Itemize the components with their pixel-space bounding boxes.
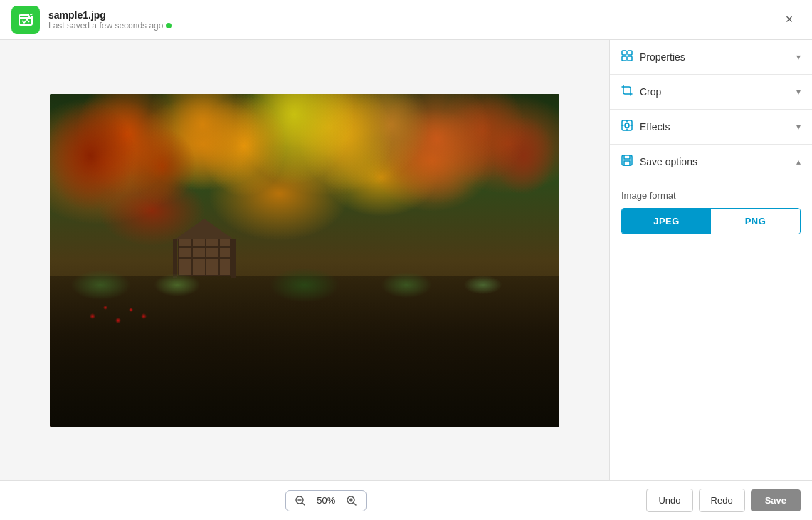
svg-point-8 (625, 123, 629, 128)
crop-left: Crop (621, 85, 661, 99)
file-info: sample1.jpg Last saved a few seconds ago (48, 9, 172, 31)
effects-label: Effects (640, 121, 670, 132)
app-icon (11, 6, 40, 34)
save-button[interactable]: Save (751, 489, 801, 511)
footer-zoom-area: 50% (11, 490, 640, 511)
status-indicator (166, 23, 172, 28)
crop-section: Crop ▾ (610, 75, 812, 110)
properties-header[interactable]: Properties ▾ (610, 40, 812, 74)
header-left: sample1.jpg Last saved a few seconds ago (11, 6, 172, 34)
main-area: Properties ▾ Crop ▾ (0, 40, 812, 480)
save-options-label: Save options (640, 156, 697, 167)
footer: 50% Undo Redo Save (0, 480, 812, 520)
effects-section: Effects ▾ (610, 110, 812, 145)
properties-label: Properties (640, 51, 685, 63)
effects-header[interactable]: Effects ▾ (610, 110, 812, 144)
save-options-chevron: ▴ (796, 157, 801, 167)
image-format-label: Image format (621, 190, 801, 201)
effects-icon (621, 120, 633, 134)
save-options-body: Image format JPEG PNG (610, 179, 812, 246)
undo-button[interactable]: Undo (646, 489, 692, 512)
redo-button[interactable]: Redo (699, 489, 745, 512)
properties-left: Properties (621, 50, 685, 64)
save-options-header[interactable]: Save options ▴ (610, 145, 812, 179)
berries-layer (75, 291, 161, 333)
svg-rect-9 (622, 155, 632, 165)
svg-rect-0 (19, 15, 32, 25)
properties-section: Properties ▾ (610, 40, 812, 75)
crop-label: Crop (640, 86, 661, 98)
file-status-text: Last saved a few seconds ago (48, 21, 163, 31)
right-panel: Properties ▾ Crop ▾ (609, 40, 812, 480)
svg-point-1 (28, 15, 30, 16)
svg-rect-4 (628, 51, 632, 55)
close-button[interactable]: × (778, 9, 801, 31)
save-options-left: Save options (621, 155, 697, 169)
properties-chevron: ▾ (796, 52, 801, 62)
png-button[interactable]: PNG (711, 209, 800, 234)
file-status: Last saved a few seconds ago (48, 21, 172, 31)
beam-h (179, 246, 230, 248)
image-display (50, 94, 559, 427)
file-name: sample1.jpg (48, 9, 172, 21)
crop-chevron: ▾ (796, 87, 801, 97)
effects-left: Effects (621, 120, 670, 134)
effects-chevron: ▾ (796, 122, 801, 132)
zoom-value: 50% (312, 495, 340, 506)
properties-icon (621, 50, 633, 64)
format-buttons: JPEG PNG (621, 208, 801, 234)
close-icon: × (786, 12, 793, 27)
scene-background (50, 94, 559, 427)
crop-header[interactable]: Crop ▾ (610, 75, 812, 109)
zoom-in-button[interactable] (340, 491, 363, 511)
image-container (50, 94, 559, 427)
header: sample1.jpg Last saved a few seconds ago… (0, 0, 812, 40)
save-options-section: Save options ▴ Image format JPEG PNG (610, 145, 812, 246)
save-options-icon (621, 155, 633, 169)
beam-h2 (179, 257, 230, 259)
crop-icon (621, 85, 633, 99)
svg-rect-3 (622, 51, 626, 55)
svg-rect-6 (628, 56, 632, 61)
canvas-area (0, 40, 609, 480)
svg-rect-5 (622, 56, 626, 61)
jpeg-button[interactable]: JPEG (622, 209, 711, 234)
zoom-out-button[interactable] (289, 491, 312, 511)
